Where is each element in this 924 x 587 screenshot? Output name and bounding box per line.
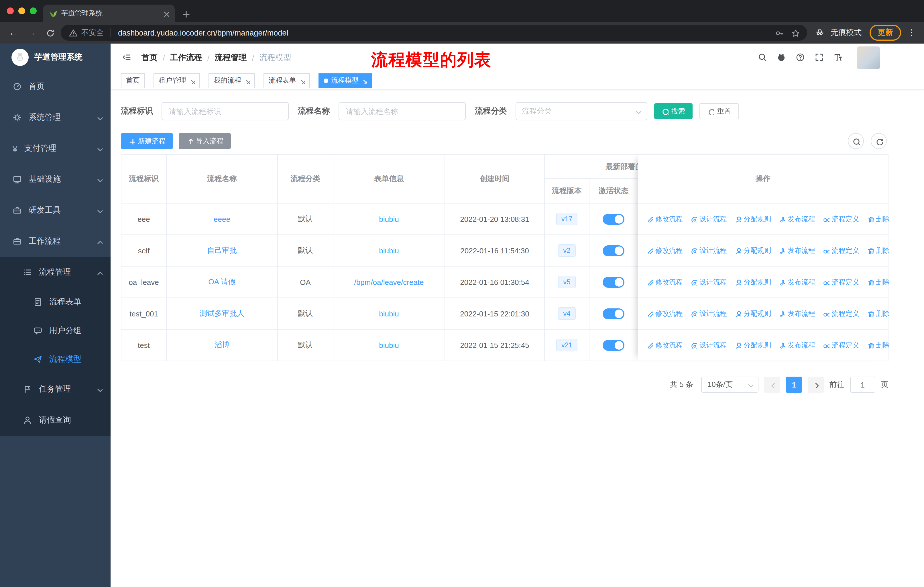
process-category-select[interactable]: 流程分类	[516, 102, 647, 121]
delete-process-link[interactable]: 删除	[867, 214, 889, 224]
publish-process-link[interactable]: 发布流程	[779, 277, 815, 287]
security-label[interactable]: 不安全	[81, 28, 104, 38]
assign-rule-link[interactable]: 分配规则	[734, 246, 771, 255]
process-name-link[interactable]: OA 请假	[208, 277, 236, 287]
modify-process-link[interactable]: 修改流程	[646, 214, 683, 224]
process-name-link[interactable]: 测试多审批人	[200, 308, 244, 319]
design-process-link[interactable]: 设计流程	[690, 277, 727, 287]
github-icon[interactable]	[777, 53, 787, 63]
tag-home[interactable]: 首页	[121, 73, 145, 88]
form-link[interactable]: biubiu	[379, 246, 399, 255]
form-link[interactable]: biubiu	[379, 309, 399, 318]
update-button[interactable]: 更新	[870, 25, 901, 41]
sidebar-toggle-icon[interactable]	[122, 53, 132, 63]
sidebar-item-workflow[interactable]: 工作流程	[0, 226, 111, 257]
sidebar-item-process-model[interactable]: 流程模型	[0, 345, 111, 374]
publish-process-link[interactable]: 发布流程	[779, 340, 815, 350]
delete-process-link[interactable]: 删除	[867, 309, 889, 318]
delete-process-link[interactable]: 删除	[867, 277, 889, 287]
page-number-button[interactable]: 1	[786, 377, 802, 393]
sidebar-item-payment[interactable]: ¥ 支付管理	[0, 133, 111, 164]
zoom-window-button[interactable]	[30, 7, 37, 14]
toggle-search-button[interactable]	[848, 133, 864, 149]
sidebar-item-home[interactable]: 首页	[0, 71, 111, 102]
close-icon[interactable]	[299, 78, 305, 83]
goto-page-input[interactable]	[850, 377, 875, 393]
form-link[interactable]: /bpm/oa/leave/create	[354, 278, 424, 286]
active-toggle[interactable]	[602, 276, 624, 288]
bookmark-star-icon[interactable]	[791, 29, 799, 37]
design-process-link[interactable]: 设计流程	[690, 340, 727, 350]
search-button[interactable]: 搜索	[654, 103, 693, 119]
font-size-icon[interactable]	[833, 53, 844, 63]
assign-rule-link[interactable]: 分配规则	[734, 340, 771, 350]
breadcrumb-home[interactable]: 首页	[142, 53, 158, 63]
close-tab-icon[interactable]	[162, 10, 169, 17]
sidebar-item-process-mgmt[interactable]: 流程管理	[0, 257, 111, 288]
url-text[interactable]: dashboard.yudao.iocoder.cn/bpm/manager/m…	[118, 28, 771, 37]
process-definition-link[interactable]: 流程定义	[823, 277, 859, 287]
back-button[interactable]: ←	[6, 28, 21, 38]
reload-button[interactable]	[46, 29, 54, 37]
browser-menu-icon[interactable]	[907, 28, 916, 37]
publish-process-link[interactable]: 发布流程	[779, 246, 815, 255]
page-size-select[interactable]: 10条/页	[701, 377, 759, 393]
process-name-link[interactable]: eeee	[214, 215, 230, 223]
modify-process-link[interactable]: 修改流程	[646, 309, 683, 318]
sidebar-item-infra[interactable]: 基础设施	[0, 164, 111, 195]
process-definition-link[interactable]: 流程定义	[823, 214, 859, 224]
sidebar-item-user-group[interactable]: 用户分组	[0, 316, 111, 345]
close-icon[interactable]	[361, 78, 367, 83]
process-definition-link[interactable]: 流程定义	[823, 309, 859, 318]
modify-process-link[interactable]: 修改流程	[646, 246, 683, 255]
design-process-link[interactable]: 设计流程	[690, 214, 727, 224]
key-icon[interactable]	[775, 29, 783, 37]
sidebar-item-leave-query[interactable]: 请假查询	[0, 405, 111, 436]
process-definition-link[interactable]: 流程定义	[823, 246, 859, 255]
active-toggle[interactable]	[602, 245, 624, 256]
close-window-button[interactable]	[7, 7, 14, 14]
sidebar-item-system[interactable]: 系统管理	[0, 102, 111, 133]
fullscreen-icon[interactable]	[815, 53, 825, 63]
create-process-button[interactable]: 新建流程	[121, 133, 173, 149]
tag-my-process[interactable]: 我的流程	[208, 73, 255, 88]
forward-button[interactable]: →	[24, 28, 39, 38]
publish-process-link[interactable]: 发布流程	[779, 214, 815, 224]
sidebar-item-process-form[interactable]: 流程表单	[0, 288, 111, 316]
assign-rule-link[interactable]: 分配规则	[734, 277, 771, 287]
tag-process-form[interactable]: 流程表单	[264, 73, 310, 88]
process-name-link[interactable]: 滔博	[214, 340, 229, 350]
active-toggle[interactable]	[602, 213, 624, 225]
tag-tenant[interactable]: 租户管理	[153, 73, 200, 88]
search-icon[interactable]	[758, 53, 768, 63]
url-bar[interactable]: 不安全 dashboard.yudao.iocoder.cn/bpm/manag…	[61, 25, 807, 41]
active-toggle[interactable]	[602, 308, 624, 319]
sidebar-item-devtools[interactable]: 研发工具	[0, 195, 111, 226]
breadcrumb-workflow[interactable]: 工作流程	[170, 53, 202, 63]
tag-process-model[interactable]: 流程模型	[318, 73, 372, 88]
form-link[interactable]: biubiu	[379, 341, 399, 349]
close-icon[interactable]	[244, 78, 250, 83]
assign-rule-link[interactable]: 分配规则	[734, 309, 771, 318]
prev-page-button[interactable]	[764, 377, 780, 393]
delete-process-link[interactable]: 删除	[867, 246, 889, 255]
design-process-link[interactable]: 设计流程	[690, 246, 727, 255]
active-toggle[interactable]	[602, 340, 624, 351]
sidebar-item-task-mgmt[interactable]: 任务管理	[0, 374, 111, 405]
form-link[interactable]: biubiu	[379, 215, 399, 223]
assign-rule-link[interactable]: 分配规则	[734, 214, 771, 224]
help-icon[interactable]	[796, 53, 806, 63]
process-definition-link[interactable]: 流程定义	[823, 340, 859, 350]
next-page-button[interactable]	[808, 377, 824, 393]
delete-process-link[interactable]: 删除	[867, 340, 889, 350]
user-avatar[interactable]	[857, 46, 880, 69]
process-name-link[interactable]: 自己审批	[207, 245, 237, 256]
process-id-input[interactable]	[162, 102, 289, 121]
process-name-input[interactable]	[338, 102, 466, 121]
design-process-link[interactable]: 设计流程	[690, 309, 727, 318]
new-tab-button[interactable]	[182, 10, 190, 18]
modify-process-link[interactable]: 修改流程	[646, 277, 683, 287]
modify-process-link[interactable]: 修改流程	[646, 340, 683, 350]
close-icon[interactable]	[189, 78, 195, 83]
import-process-button[interactable]: 导入流程	[179, 133, 231, 149]
